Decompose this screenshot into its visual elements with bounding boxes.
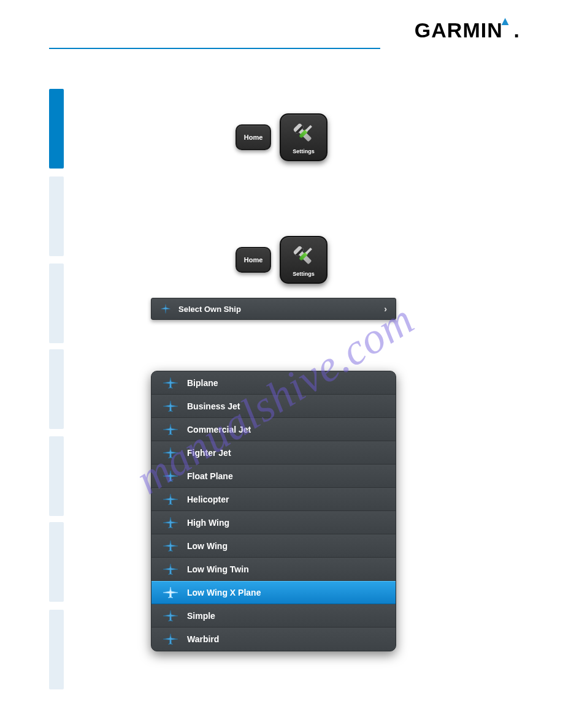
own-ship-option[interactable]: Fighter Jet	[151, 441, 396, 464]
own-ship-option[interactable]: Helicopter	[151, 488, 396, 511]
own-ship-option[interactable]: Warbird	[151, 628, 396, 651]
home-button-label: Home	[244, 256, 263, 264]
own-ship-option-label: Low Wing Twin	[187, 564, 249, 574]
aircraft-icon	[163, 563, 178, 575]
page-header: GARMIN▲.	[0, 18, 563, 55]
own-ship-option-label: Fighter Jet	[187, 448, 231, 458]
own-ship-option-label: Commercial Jet	[187, 425, 251, 434]
own-ship-option[interactable]: Low Wing	[151, 534, 396, 558]
own-ship-option[interactable]: Low Wing X Plane	[151, 581, 396, 604]
aircraft-icon	[160, 303, 171, 314]
aircraft-icon	[163, 470, 178, 482]
garmin-logo: GARMIN▲.	[415, 18, 520, 42]
screwdriver-icon	[292, 119, 318, 145]
aircraft-icon	[163, 493, 178, 506]
own-ship-option-label: Warbird	[187, 634, 219, 644]
own-ship-option-label: Float Plane	[187, 471, 233, 481]
button-row-1: Home Settings	[0, 113, 563, 161]
settings-button[interactable]: Settings	[280, 113, 327, 161]
brand-dot: .	[514, 18, 520, 42]
home-button[interactable]: Home	[236, 247, 271, 273]
own-ship-option[interactable]: Business Jet	[151, 395, 396, 418]
own-ship-option-label: Simple	[187, 611, 215, 621]
own-ship-option-label: Low Wing X Plane	[187, 588, 261, 597]
aircraft-icon	[163, 377, 178, 389]
brand-triangle-icon: ▲	[499, 14, 512, 28]
own-ship-option-label: Low Wing	[187, 541, 228, 551]
aircraft-icon	[163, 400, 178, 412]
side-tab-6	[49, 522, 64, 602]
select-own-ship-label: Select Own Ship	[178, 305, 241, 314]
aircraft-icon	[163, 423, 178, 436]
own-ship-option-label: Biplane	[187, 378, 218, 388]
settings-button[interactable]: Settings	[280, 236, 327, 284]
aircraft-icon	[163, 540, 178, 552]
settings-button-label: Settings	[293, 148, 315, 154]
button-row-2: Home Settings	[0, 236, 563, 284]
own-ship-option[interactable]: Float Plane	[151, 464, 396, 488]
settings-button-label: Settings	[293, 271, 315, 277]
aircraft-icon	[163, 586, 178, 599]
own-ship-option[interactable]: Low Wing Twin	[151, 558, 396, 581]
side-tab-5	[49, 436, 64, 516]
own-ship-option[interactable]: Commercial Jet	[151, 418, 396, 441]
own-ship-option-label: Business Jet	[187, 401, 240, 411]
own-ship-option[interactable]: Biplane	[151, 371, 396, 395]
header-rule	[49, 48, 380, 49]
aircraft-icon	[163, 610, 178, 622]
home-button-label: Home	[244, 134, 263, 141]
select-own-ship-row[interactable]: Select Own Ship ›	[151, 298, 396, 320]
own-ship-list: BiplaneBusiness JetCommercial JetFighter…	[151, 371, 396, 651]
tools-icon	[291, 243, 316, 269]
side-tab-4	[49, 349, 64, 429]
brand-name: GARMIN	[415, 18, 503, 42]
aircraft-icon	[163, 517, 178, 529]
own-ship-option[interactable]: High Wing	[151, 511, 396, 534]
screwdriver-icon	[292, 241, 318, 267]
chevron-right-icon: ›	[384, 304, 387, 314]
own-ship-option-label: High Wing	[187, 518, 229, 528]
aircraft-icon	[163, 633, 178, 645]
home-button[interactable]: Home	[236, 124, 271, 150]
side-tab-7	[49, 610, 64, 689]
own-ship-option[interactable]: Simple	[151, 604, 396, 628]
own-ship-option-label: Helicopter	[187, 495, 229, 504]
aircraft-icon	[163, 447, 178, 459]
tools-icon	[291, 121, 316, 146]
